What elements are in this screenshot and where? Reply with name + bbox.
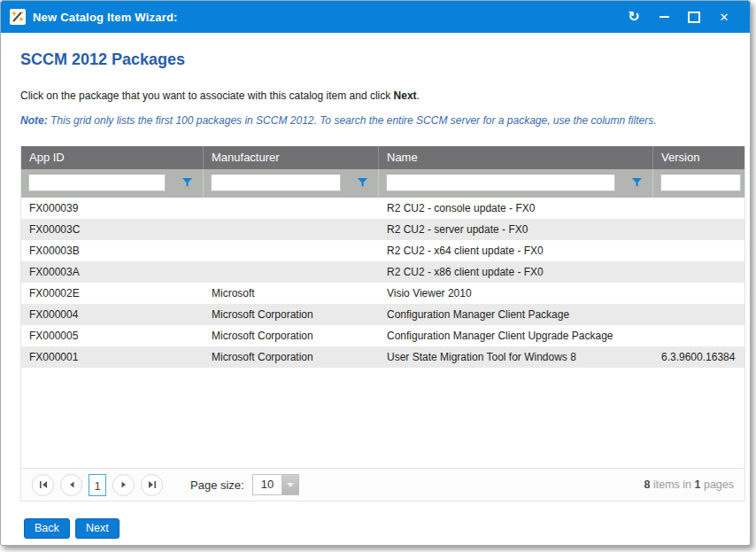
pages-text: pages: [700, 478, 734, 491]
cell-name: User State Migration Tool for Windows 8: [379, 346, 653, 368]
cell-name: Visio Viewer 2010: [379, 283, 653, 304]
wizard-app-icon: [10, 9, 26, 25]
table-row[interactable]: FX000001 Microsoft Corporation User Stat…: [21, 346, 745, 368]
instruction-next-word: Next: [394, 89, 417, 102]
close-button[interactable]: ✕: [716, 9, 732, 25]
column-header-manufacturer[interactable]: Manufacturer: [204, 146, 379, 169]
window-title: New Catalog Item Wizard:: [33, 11, 178, 24]
cell-name: R2 CU2 - x86 client update - FX0: [379, 261, 653, 283]
items-text: items in: [651, 478, 695, 491]
page-size-label: Page size:: [190, 478, 244, 492]
page-number-1[interactable]: 1: [89, 474, 106, 496]
screen: { "titlebar": { "title": "New Catalog It…: [0, 0, 756, 552]
grid-pager: 1 Page size: 10 8 items in 1 pages: [21, 468, 744, 501]
next-page-icon: [120, 480, 128, 489]
cell-manufacturer: Microsoft Corporation: [204, 304, 379, 325]
first-page-icon: [39, 480, 48, 489]
filter-funnel-icon[interactable]: [182, 178, 192, 188]
cell-version: [653, 198, 745, 219]
cell-app-id: FX00003A: [21, 261, 204, 283]
titlebar: New Catalog Item Wizard: ↻ ✕: [1, 1, 750, 33]
table-row[interactable]: FX00003C R2 CU2 - server update - FX0: [21, 219, 745, 240]
note-text: Note: This grid only lists the first 100…: [20, 114, 657, 127]
column-header-version[interactable]: Version: [653, 146, 745, 169]
filter-input-name[interactable]: [386, 174, 615, 191]
packages-grid: App ID Manufacturer Name Version: [20, 146, 745, 501]
filter-cell-name: [379, 169, 653, 198]
prev-page-button[interactable]: [60, 474, 82, 496]
table-row[interactable]: FX00003B R2 CU2 - x64 client update - FX…: [21, 240, 745, 261]
maximize-button[interactable]: [686, 9, 702, 25]
cell-name: R2 CU2 - server update - FX0: [379, 219, 653, 240]
filter-input-version[interactable]: [660, 174, 741, 191]
filter-cell-app-id: [21, 169, 204, 198]
grid-empty-area: [21, 368, 744, 468]
note-body: This grid only lists the first 100 packa…: [48, 114, 657, 127]
page-size-dropdown-button[interactable]: [282, 475, 298, 494]
cell-name: R2 CU2 - console update - FX0: [379, 198, 653, 219]
filter-cell-manufacturer: [204, 169, 379, 198]
last-page-button[interactable]: [141, 474, 163, 496]
table-row[interactable]: FX00002E Microsoft Visio Viewer 2010: [21, 283, 745, 304]
filter-input-app-id[interactable]: [28, 174, 166, 191]
last-page-icon: [148, 480, 157, 489]
page-title: SCCM 2012 Packages: [20, 51, 185, 69]
pager-summary: 8 items in 1 pages: [644, 478, 734, 491]
table-row[interactable]: FX000004 Microsoft Corporation Configura…: [21, 304, 745, 325]
first-page-button[interactable]: [32, 474, 54, 496]
page-size-value: 10: [253, 475, 282, 494]
next-button[interactable]: Next: [75, 518, 120, 539]
refresh-icon: ↻: [628, 10, 639, 24]
cell-version: [653, 219, 745, 240]
wizard-window: New Catalog Item Wizard: ↻ ✕ SCCM 2012 P…: [0, 0, 751, 546]
cell-app-id: FX000039: [21, 198, 204, 219]
instruction-suffix: .: [417, 89, 420, 102]
cell-app-id: FX00003B: [21, 240, 204, 261]
page-size-dropdown[interactable]: 10: [252, 474, 299, 495]
grid-inner: App ID Manufacturer Name Version: [21, 146, 745, 368]
cell-app-id: FX00003C: [21, 219, 204, 240]
cell-name: Configuration Manager Client Package: [379, 304, 653, 325]
next-page-button[interactable]: [112, 474, 135, 496]
maximize-icon: [688, 12, 700, 23]
filter-funnel-icon[interactable]: [358, 178, 367, 188]
close-icon: ✕: [720, 12, 729, 23]
cell-manufacturer: [204, 240, 379, 261]
cell-name: Configuration Manager Client Upgrade Pac…: [379, 325, 653, 346]
cell-name: R2 CU2 - x64 client update - FX0: [379, 240, 653, 261]
instruction-text: Click on the package that you want to as…: [20, 89, 420, 102]
grid-header-row: App ID Manufacturer Name Version: [21, 146, 745, 169]
filter-cell-version: [653, 169, 745, 198]
cell-manufacturer: [204, 219, 379, 240]
cell-app-id: FX000004: [21, 304, 204, 325]
instruction-prefix: Click on the package that you want to as…: [20, 89, 394, 102]
cell-manufacturer: [204, 261, 379, 283]
filter-input-manufacturer[interactable]: [211, 174, 341, 191]
cell-manufacturer: Microsoft Corporation: [204, 346, 379, 368]
cell-manufacturer: [204, 198, 379, 219]
minimize-icon: [660, 16, 669, 18]
titlebar-buttons: ↻ ✕: [626, 9, 750, 25]
cell-version: [653, 283, 745, 304]
cell-app-id: FX000005: [21, 325, 204, 346]
items-count: 8: [644, 478, 651, 491]
cell-app-id: FX000001: [21, 346, 204, 368]
table-row[interactable]: FX00003A R2 CU2 - x86 client update - FX…: [21, 261, 745, 283]
chevron-down-icon: [287, 483, 294, 487]
cell-version: [653, 240, 745, 261]
cell-manufacturer: Microsoft Corporation: [204, 325, 379, 346]
column-header-app-id[interactable]: App ID: [21, 146, 204, 169]
table-row[interactable]: FX000005 Microsoft Corporation Configura…: [21, 325, 745, 346]
column-header-name[interactable]: Name: [379, 146, 653, 169]
cell-manufacturer: Microsoft: [204, 283, 379, 304]
cell-version: [653, 261, 745, 283]
cell-version: 6.3.9600.16384: [653, 346, 745, 368]
refresh-button[interactable]: ↻: [626, 9, 642, 25]
filter-funnel-icon[interactable]: [632, 178, 642, 188]
prev-page-icon: [67, 480, 76, 489]
table-row[interactable]: FX000039 R2 CU2 - console update - FX0: [21, 198, 745, 219]
cell-version: [653, 304, 745, 325]
back-button[interactable]: Back: [24, 518, 70, 539]
minimize-button[interactable]: [656, 9, 672, 25]
cell-app-id: FX00002E: [21, 283, 204, 304]
